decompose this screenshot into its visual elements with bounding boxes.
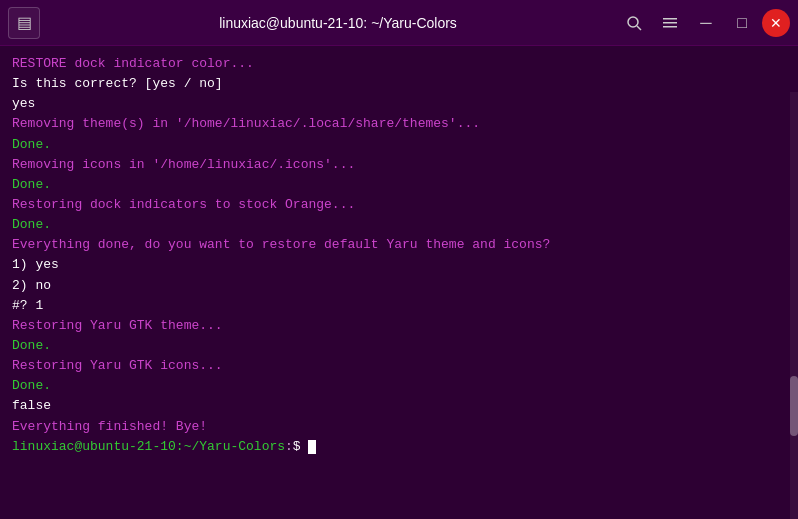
terminal-wrapper: RESTORE dock indicator color...Is this c… bbox=[0, 46, 798, 519]
window-title: linuxiac@ubuntu-21-10: ~/Yaru-Colors bbox=[58, 15, 618, 31]
terminal-icon: ▤ bbox=[17, 13, 32, 32]
svg-line-1 bbox=[637, 26, 641, 30]
menu-icon bbox=[662, 15, 678, 31]
terminal-line: Is this correct? [yes / no] bbox=[12, 74, 786, 94]
maximize-icon: □ bbox=[737, 14, 747, 32]
terminal-icon-button[interactable]: ▤ bbox=[8, 7, 40, 39]
terminal-line: Done. bbox=[12, 215, 786, 235]
terminal-line: Done. bbox=[12, 336, 786, 356]
terminal-line: Restoring Yaru GTK icons... bbox=[12, 356, 786, 376]
terminal-line: #? 1 bbox=[12, 296, 786, 316]
terminal-line: Everything done, do you want to restore … bbox=[12, 235, 786, 255]
scrollbar-track[interactable] bbox=[790, 92, 798, 519]
titlebar: ▤ linuxiac@ubuntu-21-10: ~/Yaru-Colors ─… bbox=[0, 0, 798, 46]
close-button[interactable]: ✕ bbox=[762, 9, 790, 37]
prompt-text: linuxiac@ubuntu-21-10:~/Yaru-Colors bbox=[12, 439, 285, 454]
terminal-cursor bbox=[308, 440, 316, 454]
terminal-line: RESTORE dock indicator color... bbox=[12, 54, 786, 74]
terminal-line: Removing icons in '/home/linuxiac/.icons… bbox=[12, 155, 786, 175]
terminal-line: Done. bbox=[12, 175, 786, 195]
svg-point-0 bbox=[628, 17, 638, 27]
terminal-line: Restoring dock indicators to stock Orang… bbox=[12, 195, 786, 215]
prompt-symbol: $ bbox=[293, 439, 309, 454]
terminal-line: Removing theme(s) in '/home/linuxiac/.lo… bbox=[12, 114, 786, 134]
titlebar-controls: ─ □ ✕ bbox=[618, 7, 790, 39]
search-icon bbox=[626, 15, 642, 31]
terminal-output[interactable]: RESTORE dock indicator color...Is this c… bbox=[0, 46, 798, 519]
terminal-line: Everything finished! Bye! bbox=[12, 417, 786, 437]
terminal-line: Restoring Yaru GTK theme... bbox=[12, 316, 786, 336]
minimize-button[interactable]: ─ bbox=[690, 7, 722, 39]
terminal-prompt-line: linuxiac@ubuntu-21-10:~/Yaru-Colors:$ bbox=[12, 437, 786, 457]
terminal-line: Done. bbox=[12, 135, 786, 155]
terminal-line: 2) no bbox=[12, 276, 786, 296]
titlebar-left: ▤ bbox=[8, 7, 58, 39]
terminal-line: false bbox=[12, 396, 786, 416]
svg-rect-3 bbox=[663, 22, 677, 24]
close-icon: ✕ bbox=[770, 15, 782, 31]
svg-rect-2 bbox=[663, 18, 677, 20]
terminal-line: 1) yes bbox=[12, 255, 786, 275]
terminal-line: yes bbox=[12, 94, 786, 114]
maximize-button[interactable]: □ bbox=[726, 7, 758, 39]
terminal-line: Done. bbox=[12, 376, 786, 396]
minimize-icon: ─ bbox=[700, 14, 711, 32]
scrollbar-thumb[interactable] bbox=[790, 376, 798, 436]
menu-button[interactable] bbox=[654, 7, 686, 39]
svg-rect-4 bbox=[663, 26, 677, 28]
search-button[interactable] bbox=[618, 7, 650, 39]
